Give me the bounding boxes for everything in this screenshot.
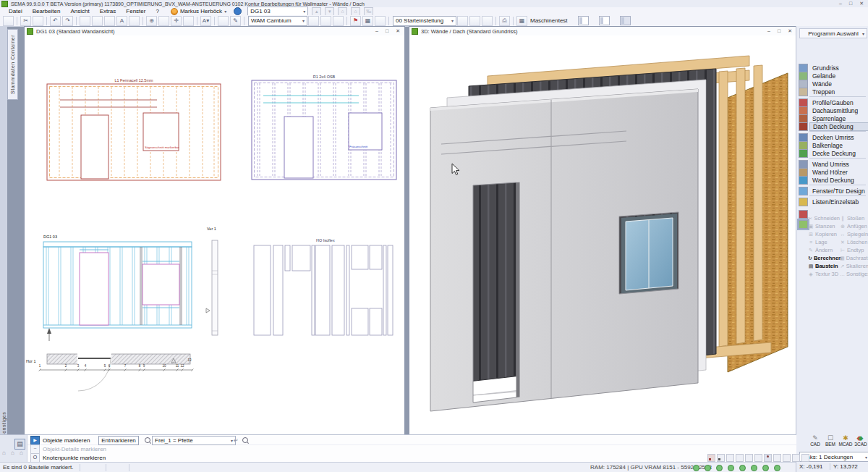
command-sonstiges[interactable]: …Sonstiges bbox=[840, 270, 868, 278]
sidebar-item-wand-hoelzer[interactable]: Wand Hölzer bbox=[809, 168, 868, 176]
sidebar-item-treppen[interactable]: Treppen bbox=[809, 88, 868, 96]
3cad-button[interactable]: ◆ 3CAD bbox=[854, 434, 868, 447]
user-menu[interactable]: Markus Herböck ▾ bbox=[171, 8, 226, 15]
scale-icon[interactable]: ‰ bbox=[364, 7, 373, 16]
open-icon[interactable] bbox=[3, 16, 14, 26]
favorite-icon[interactable] bbox=[129, 16, 140, 26]
measure-dropdown-icon[interactable]: A▾ bbox=[200, 16, 211, 26]
color-dropdown-icon[interactable] bbox=[218, 16, 229, 26]
listen-einzelstab-icon[interactable] bbox=[799, 198, 808, 206]
text-icon[interactable]: A bbox=[116, 16, 127, 26]
search-add-icon[interactable] bbox=[242, 437, 248, 443]
view-opt-icon-2[interactable] bbox=[736, 454, 744, 462]
house-small-icon-2[interactable]: ⌂ bbox=[11, 450, 14, 456]
window-minimize-button[interactable]: – bbox=[375, 28, 378, 34]
app-close-button[interactable]: ✕ bbox=[859, 1, 864, 7]
enter-icon[interactable]: ↵ bbox=[234, 437, 239, 444]
sidebar-item-wand-umriss[interactable]: Wand Umriss bbox=[809, 160, 868, 168]
window-close-button[interactable]: ✕ bbox=[788, 28, 792, 34]
tab-sonstiges[interactable]: Sonstiges bbox=[1, 29, 7, 437]
storey-up-icon[interactable]: ▴ bbox=[312, 7, 321, 16]
treppen-icon[interactable] bbox=[799, 88, 808, 96]
command-dachraster[interactable]: ▦Dachraster bbox=[840, 254, 868, 262]
clipboard-icon[interactable] bbox=[104, 16, 115, 26]
house-small-icon-1[interactable]: ⌂ bbox=[2, 450, 6, 456]
sidebar-item-fenster-tuer-design[interactable]: Fenster/Tür Design bbox=[809, 187, 868, 195]
view-opt-icon-6[interactable] bbox=[783, 454, 791, 462]
menu-fenster[interactable]: Fenster bbox=[122, 8, 150, 14]
sidebar-item-dachausmittlung[interactable]: Dachausmittlung bbox=[809, 106, 868, 114]
layer-up-icon[interactable] bbox=[320, 16, 331, 26]
3d-viewport[interactable] bbox=[409, 35, 796, 435]
new-sheet-icon[interactable] bbox=[92, 16, 103, 26]
pen-dropdown-icon[interactable]: ✎ bbox=[230, 16, 241, 26]
app-maximize-button[interactable]: □ bbox=[849, 1, 852, 7]
window-close-button[interactable]: ✕ bbox=[396, 28, 400, 34]
window-maximize-button[interactable]: □ bbox=[778, 28, 780, 34]
print-icon[interactable] bbox=[80, 16, 90, 26]
view-opt-icon-3[interactable] bbox=[745, 454, 753, 462]
program-select-dropdown[interactable]: Programm Auswahl ▾ bbox=[799, 28, 867, 38]
sidebar-item-decken-umriss[interactable]: Decken Umriss bbox=[809, 133, 868, 141]
extra-program-icon[interactable] bbox=[799, 210, 808, 219]
building-icon[interactable]: ⌂ bbox=[338, 7, 347, 16]
command-textur-3d[interactable]: ◈Textur 3D bbox=[808, 270, 840, 278]
view-opt-icon-5[interactable] bbox=[773, 454, 781, 462]
sidebar-item-dach-deckung[interactable]: Dach Deckung bbox=[809, 122, 868, 131]
view-opt-icon-8[interactable] bbox=[801, 454, 809, 462]
sidebar-item-decke-deckung[interactable]: Decke Deckung bbox=[809, 149, 868, 157]
command-berechnen[interactable]: ↻Berechnen bbox=[808, 254, 840, 262]
active-program-icon[interactable] bbox=[799, 220, 808, 229]
mark-nodes-icon[interactable]: O bbox=[30, 453, 40, 463]
layout-single-icon[interactable] bbox=[578, 16, 589, 25]
sidebar-item-sparrenlage[interactable]: Sparrenlage bbox=[809, 114, 868, 122]
command-anfuegen[interactable]: ⊕Anfügen bbox=[840, 222, 868, 230]
flag-dropdown-icon[interactable]: ⚑ bbox=[350, 16, 361, 26]
command-aendern[interactable]: ✎Ändern bbox=[808, 246, 840, 254]
material-combo[interactable]: WAM Cambium ▾ bbox=[248, 16, 307, 26]
command-lage[interactable]: ≡Lage bbox=[808, 238, 840, 246]
sidebar-item-listen-einzelstab[interactable]: Listen/Einzelstab bbox=[809, 198, 868, 206]
command-kopieren[interactable]: ⊞Kopieren bbox=[808, 230, 840, 238]
list-tool-icon[interactable]: ▤ bbox=[14, 439, 25, 450]
mcad-button[interactable]: ✱ MCAD bbox=[838, 434, 853, 447]
page-one-icon[interactable]: ⎙ bbox=[499, 16, 510, 26]
wand-deckung-icon[interactable] bbox=[799, 176, 808, 185]
command-endtyp[interactable]: ⊢Endtyp bbox=[840, 246, 868, 254]
window-minimize-button[interactable]: – bbox=[767, 28, 770, 34]
menu-bearbeiten[interactable]: Bearbeiten bbox=[28, 8, 65, 14]
sidebar-item-balkenlage[interactable]: Balkenlage bbox=[809, 141, 868, 149]
command-spiegeln[interactable]: ↔Spiegeln bbox=[840, 230, 868, 238]
command-baustein[interactable]: ▤Baustein bbox=[808, 262, 840, 270]
storey-down-icon[interactable]: ▾ bbox=[325, 7, 334, 16]
bem-button[interactable]: ☐ BEM bbox=[823, 434, 838, 447]
cad-button[interactable]: ✎ CAD bbox=[808, 434, 822, 447]
app-minimize-button[interactable]: – bbox=[839, 1, 842, 7]
render-mode-icon-1[interactable] bbox=[707, 454, 715, 462]
menu-extras[interactable]: Extras bbox=[95, 8, 121, 14]
render-mode-icon-2[interactable] bbox=[717, 454, 725, 462]
sidebar-item-grundriss[interactable]: Grundriss bbox=[809, 64, 868, 72]
view-dropdown-icon[interactable] bbox=[375, 16, 386, 26]
zoom-plus-icon[interactable]: ⊕ bbox=[146, 16, 157, 26]
layer-down-icon[interactable] bbox=[333, 16, 344, 26]
dach-deckung-icon[interactable] bbox=[799, 122, 808, 131]
command-stanzen[interactable]: ▣Stanzen bbox=[808, 222, 840, 230]
decke-deckung-icon[interactable] bbox=[799, 149, 808, 158]
command-stossen[interactable]: ∥Stoßen bbox=[840, 214, 868, 222]
grid-icon[interactable]: ▦ bbox=[362, 16, 373, 26]
undo-icon[interactable]: ↶ bbox=[50, 16, 61, 26]
copy-icon[interactable] bbox=[33, 16, 43, 26]
pan-icon[interactable]: ✛ bbox=[171, 16, 182, 26]
sidebar-item-profile-gauben[interactable]: Profile/Gauben bbox=[809, 98, 868, 106]
building-visibility-icon[interactable]: ⌂ bbox=[351, 7, 360, 16]
view-settings-combo[interactable]: 00 Starteinstellung ▾ bbox=[393, 16, 456, 26]
refresh-view-icon[interactable] bbox=[457, 16, 468, 26]
person-view-icon[interactable] bbox=[764, 454, 772, 462]
menu-ansicht[interactable]: Ansicht bbox=[66, 8, 93, 14]
select-arrow-icon[interactable] bbox=[183, 16, 194, 26]
house-small-icon-3[interactable]: ⌂ bbox=[20, 450, 23, 456]
window-maximize-button[interactable]: □ bbox=[386, 28, 388, 34]
zoom-window-icon[interactable] bbox=[158, 16, 169, 26]
view-opt-icon-1[interactable] bbox=[726, 454, 734, 462]
